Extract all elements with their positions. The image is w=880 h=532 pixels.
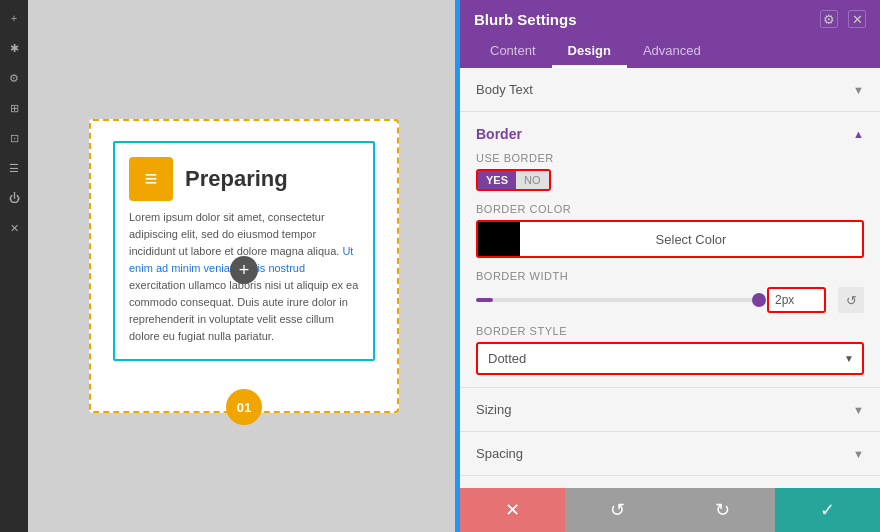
border-width-input[interactable] — [769, 289, 824, 311]
section-border-header[interactable]: Border ▲ — [460, 112, 880, 152]
card-title: Preparing — [185, 166, 288, 192]
panel-body: Body Text ▼ Border ▲ Use Border YES NO B… — [460, 68, 880, 488]
panel-header-icons: ⚙ ✕ — [820, 10, 866, 28]
slider-fill — [476, 298, 493, 302]
border-width-label: Border Width — [476, 270, 864, 282]
border-width-reset-button[interactable]: ↺ — [838, 287, 864, 313]
tool-grid[interactable]: ⊞ — [4, 98, 24, 118]
sizing-chevron-icon: ▼ — [853, 404, 864, 416]
left-toolbar: + ✱ ⚙ ⊞ ⊡ ☰ ⏻ ✕ — [0, 0, 28, 532]
section-spacing: Spacing ▼ — [460, 432, 880, 476]
right-indicator — [455, 0, 460, 532]
panel-close-icon[interactable]: ✕ — [848, 10, 866, 28]
use-border-label: Use Border — [476, 152, 864, 164]
right-panel: Blurb Settings ⚙ ✕ Content Design Advanc… — [460, 0, 880, 532]
blurb-card: ≡ Preparing Lorem ipsum dolor sit amet, … — [89, 119, 399, 413]
section-body-text-header[interactable]: Body Text ▼ — [460, 68, 880, 111]
border-color-label: Border Color — [476, 203, 864, 215]
panel-tabs: Content Design Advanced — [474, 36, 866, 68]
reset-button[interactable]: ↺ — [565, 488, 670, 532]
toggle-yes[interactable]: YES — [478, 171, 516, 189]
section-animation-header[interactable]: Animation ▼ — [460, 476, 880, 488]
section-border-label: Border — [476, 126, 522, 142]
tab-advanced[interactable]: Advanced — [627, 36, 717, 68]
save-button[interactable]: ✓ — [775, 488, 880, 532]
section-sizing-header[interactable]: Sizing ▼ — [460, 388, 880, 431]
tool-star[interactable]: ✱ — [4, 38, 24, 58]
border-width-input-wrap — [767, 287, 826, 313]
use-border-toggle[interactable]: YES NO — [476, 169, 551, 191]
border-width-row: Border Width ↺ — [460, 270, 880, 313]
border-style-row: Border Style None Solid Dashed Dotted Do… — [460, 325, 880, 375]
section-sizing: Sizing ▼ — [460, 388, 880, 432]
section-sizing-label: Sizing — [476, 402, 511, 417]
slider-thumb[interactable] — [752, 293, 766, 307]
border-style-label: Border Style — [476, 325, 864, 337]
panel-title: Blurb Settings — [474, 11, 577, 28]
panel-header: Blurb Settings ⚙ ✕ Content Design Advanc… — [460, 0, 880, 68]
card-badge: 01 — [226, 389, 262, 425]
section-body-text-label: Body Text — [476, 82, 533, 97]
border-color-row: Border Color Select Color — [460, 203, 880, 258]
section-body-text: Body Text ▼ — [460, 68, 880, 112]
tool-box[interactable]: ⊡ — [4, 128, 24, 148]
tool-menu[interactable]: ☰ — [4, 158, 24, 178]
use-border-row: Use Border YES NO — [460, 152, 880, 191]
tool-add[interactable]: + — [4, 8, 24, 28]
card-header: ≡ Preparing — [129, 157, 359, 201]
panel-settings-icon[interactable]: ⚙ — [820, 10, 838, 28]
left-panel: + ✱ ⚙ ⊞ ⊡ ☰ ⏻ ✕ ≡ Preparing Lorem ipsum … — [0, 0, 460, 532]
redo-button[interactable]: ↻ — [670, 488, 775, 532]
border-chevron-icon: ▲ — [853, 128, 864, 140]
panel-footer: ✕ ↺ ↻ ✓ — [460, 488, 880, 532]
card-inner: ≡ Preparing Lorem ipsum dolor sit amet, … — [113, 141, 375, 361]
color-swatch[interactable] — [478, 222, 520, 256]
color-select-button[interactable]: Select Color — [520, 222, 862, 256]
spacing-chevron-icon: ▼ — [853, 448, 864, 460]
tool-close[interactable]: ✕ — [4, 218, 24, 238]
card-wrapper: ≡ Preparing Lorem ipsum dolor sit amet, … — [28, 0, 460, 532]
tab-content[interactable]: Content — [474, 36, 552, 68]
border-width-slider-row: ↺ — [476, 287, 864, 313]
section-spacing-header[interactable]: Spacing ▼ — [460, 432, 880, 475]
border-style-select[interactable]: None Solid Dashed Dotted Double Groove R… — [478, 344, 862, 373]
border-style-select-wrap: None Solid Dashed Dotted Double Groove R… — [476, 342, 864, 375]
section-spacing-label: Spacing — [476, 446, 523, 461]
tool-settings[interactable]: ⚙ — [4, 68, 24, 88]
section-border: Border ▲ Use Border YES NO Border Color … — [460, 112, 880, 388]
tab-design[interactable]: Design — [552, 36, 627, 68]
border-color-picker[interactable]: Select Color — [476, 220, 864, 258]
body-text-chevron-icon: ▼ — [853, 84, 864, 96]
section-animation: Animation ▼ — [460, 476, 880, 488]
card-icon: ≡ — [129, 157, 173, 201]
border-width-track[interactable] — [476, 298, 759, 302]
cancel-button[interactable]: ✕ — [460, 488, 565, 532]
toggle-no[interactable]: NO — [516, 171, 549, 189]
panel-title-row: Blurb Settings ⚙ ✕ — [474, 10, 866, 28]
add-element-button[interactable]: + — [230, 256, 258, 284]
tool-power[interactable]: ⏻ — [4, 188, 24, 208]
